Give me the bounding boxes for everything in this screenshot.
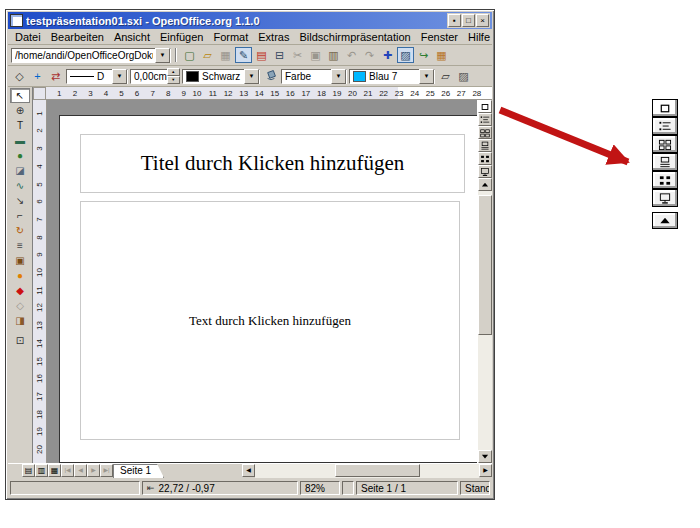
rectangle-icon[interactable]: ▬ bbox=[10, 133, 30, 148]
open-icon[interactable]: ▱ bbox=[199, 47, 216, 63]
ruler-number: 5 bbox=[108, 89, 124, 98]
outline-view-button[interactable] bbox=[478, 113, 492, 126]
start-presentation-button[interactable] bbox=[478, 165, 492, 178]
spinner-buttons[interactable]: ▲▼ bbox=[167, 68, 180, 84]
menu-item[interactable]: Einfügen bbox=[155, 31, 208, 43]
animation-icon[interactable]: ◇ bbox=[10, 298, 30, 313]
titlebar[interactable]: testpräsentation01.sxi - OpenOffice.org … bbox=[8, 12, 492, 29]
first-page-button[interactable]: |◀ bbox=[61, 464, 74, 477]
lines-arrows-icon[interactable]: ↘ bbox=[10, 193, 30, 208]
edit-points-icon[interactable]: ◇ bbox=[11, 68, 28, 84]
area-style-icon[interactable]: ▨ bbox=[455, 68, 472, 84]
layer-mode-icon[interactable]: ▦ bbox=[48, 464, 61, 477]
menu-item[interactable]: Fenster bbox=[416, 31, 463, 43]
menu-item[interactable]: Extras bbox=[253, 31, 294, 43]
page-mode-icon[interactable]: ▤ bbox=[22, 464, 35, 477]
url-combobox[interactable]: /home/andi/OpenOfficeOrgDokumente/Op ▼ bbox=[11, 48, 171, 63]
print-icon[interactable]: ⊟ bbox=[271, 47, 288, 63]
dropdown-arrow-icon[interactable]: ▼ bbox=[331, 69, 346, 84]
menu-item[interactable]: Datei bbox=[10, 31, 46, 43]
line-color-combobox[interactable]: Schwarz ▼ bbox=[182, 69, 260, 84]
line-width-spinner[interactable]: 0,00cm ▲▼ bbox=[130, 69, 180, 84]
dropdown-arrow-icon[interactable]: ▼ bbox=[112, 69, 127, 84]
horizontal-scroll-thumb[interactable] bbox=[335, 464, 420, 477]
curve-icon[interactable]: ∿ bbox=[10, 178, 30, 193]
forms-icon[interactable]: ◨ bbox=[10, 313, 30, 328]
ruler-number: 1 bbox=[35, 111, 44, 115]
last-page-button[interactable]: ▶| bbox=[100, 464, 113, 477]
prev-page-button[interactable]: ◀ bbox=[74, 464, 87, 477]
menu-item[interactable]: Ansicht bbox=[109, 31, 155, 43]
master-mode-icon[interactable]: ▥ bbox=[35, 464, 48, 477]
drawing-view-button[interactable] bbox=[478, 100, 492, 113]
interaction-icon[interactable]: ◆ bbox=[10, 283, 30, 298]
status-page-field: Seite 1 / 1 bbox=[356, 481, 458, 495]
drawing-view-button bbox=[652, 99, 678, 117]
maximize-button[interactable]: □ bbox=[462, 14, 475, 27]
cut-icon[interactable]: ✂ bbox=[289, 47, 306, 63]
spin-up-icon: ▲ bbox=[167, 68, 180, 76]
gallery-icon[interactable]: ▦ bbox=[433, 47, 450, 63]
handout-view-button[interactable] bbox=[478, 152, 492, 165]
minimize-button[interactable]: ▪ bbox=[448, 14, 461, 27]
connector-icon[interactable]: ⌐ bbox=[10, 208, 30, 223]
slides-view-button[interactable] bbox=[478, 126, 492, 139]
fill-type-combobox[interactable]: Farbe ▼ bbox=[281, 69, 347, 84]
scroll-right-button[interactable]: ▶ bbox=[479, 464, 492, 477]
zoom-icon[interactable]: ⊕ bbox=[10, 103, 30, 118]
alignment-icon[interactable]: ≡ bbox=[10, 238, 30, 253]
export-pdf-icon[interactable]: ▤ bbox=[253, 47, 270, 63]
edit-file-icon[interactable]: ✎ bbox=[235, 47, 252, 63]
close-button[interactable]: × bbox=[476, 14, 489, 27]
ruler-number: 25 bbox=[419, 89, 435, 98]
line-style-combobox[interactable]: D ▼ bbox=[66, 69, 128, 84]
copy-icon[interactable]: ▣ bbox=[307, 47, 324, 63]
notes-view-button[interactable] bbox=[478, 139, 492, 152]
shadow-icon[interactable]: ▱ bbox=[437, 68, 454, 84]
dropdown-arrow-icon[interactable]: ▼ bbox=[244, 69, 259, 84]
slide-page[interactable]: Titel durch Klicken hinzufügen Text durc… bbox=[59, 115, 477, 463]
next-page-button[interactable]: ▶ bbox=[87, 464, 100, 477]
threed-objects-icon[interactable]: ◪ bbox=[10, 163, 30, 178]
menu-item[interactable]: Bildschirmpräsentation bbox=[294, 31, 415, 43]
new-document-icon[interactable]: ▢ bbox=[181, 47, 198, 63]
navigator-icon[interactable]: ✚ bbox=[379, 47, 396, 63]
object-right-buttons: ▱▨ bbox=[437, 68, 472, 84]
save-icon[interactable]: ▦ bbox=[217, 47, 234, 63]
ruler-number: 19 bbox=[35, 427, 44, 436]
paste-icon[interactable]: ▥ bbox=[325, 47, 342, 63]
text-icon[interactable]: T bbox=[10, 118, 30, 133]
dropdown-arrow-icon[interactable]: ▼ bbox=[155, 48, 170, 63]
rotate-icon[interactable]: ↻ bbox=[10, 223, 30, 238]
scroll-up-button[interactable] bbox=[478, 178, 492, 191]
redo-icon[interactable]: ↷ bbox=[361, 47, 378, 63]
paint-can-icon[interactable] bbox=[262, 68, 279, 84]
undo-icon[interactable]: ↶ bbox=[343, 47, 360, 63]
page-nav-buttons: |◀◀▶▶| bbox=[61, 464, 113, 478]
vertical-scroll-thumb[interactable] bbox=[478, 195, 492, 335]
dropdown-arrow-icon[interactable]: ▼ bbox=[419, 69, 434, 84]
ellipse-icon[interactable]: ● bbox=[10, 148, 30, 163]
select-icon[interactable]: ↖ bbox=[10, 88, 30, 103]
glue-points-icon[interactable]: + bbox=[29, 68, 46, 84]
fill-color-combobox[interactable]: Blau 7 ▼ bbox=[349, 69, 435, 84]
scroll-down-button[interactable] bbox=[478, 450, 492, 463]
hyperlink-icon[interactable]: ↪ bbox=[415, 47, 432, 63]
connector-lines-icon[interactable]: ⇄ bbox=[47, 68, 64, 84]
title-placeholder[interactable]: Titel durch Klicken hinzufügen bbox=[80, 134, 465, 193]
horizontal-scroll-track[interactable] bbox=[255, 464, 479, 478]
menu-item[interactable]: Bearbeiten bbox=[46, 31, 109, 43]
vertical-scroll-track[interactable] bbox=[478, 191, 492, 450]
page-tab[interactable]: Seite 1 bbox=[113, 464, 164, 478]
line-style-preview bbox=[70, 76, 94, 77]
effects-icon[interactable]: ● bbox=[10, 268, 30, 283]
text-placeholder[interactable]: Text durch Klicken hinzufügen bbox=[80, 201, 460, 440]
scroll-left-button[interactable]: ◀ bbox=[242, 464, 255, 477]
text-placeholder-text: Text durch Klicken hinzufügen bbox=[189, 313, 351, 329]
arrange-icon[interactable]: ▣ bbox=[10, 253, 30, 268]
ruler-number: 18 bbox=[310, 89, 326, 98]
menu-item[interactable]: Format bbox=[208, 31, 253, 43]
stylist-icon[interactable]: ▨ bbox=[397, 47, 414, 63]
presentation-box-icon[interactable]: ⊡ bbox=[10, 333, 30, 348]
menu-item[interactable]: Hilfe bbox=[463, 31, 495, 43]
